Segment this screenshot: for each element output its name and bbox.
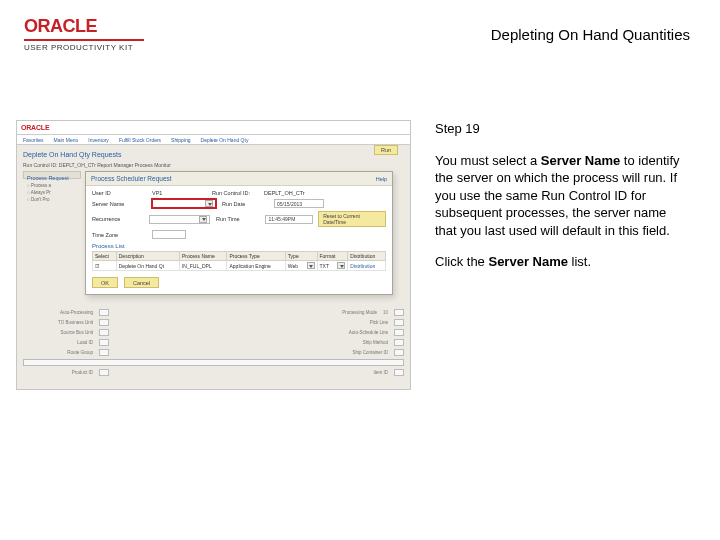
- col-dist: Distribution: [348, 252, 386, 261]
- crumb: Deplete On Hand Qty: [201, 137, 249, 143]
- modal-title: Process Scheduler Request: [91, 175, 172, 182]
- rundate-value: 05/15/2013: [277, 201, 302, 207]
- panel-opt: ○ Don't Pro: [27, 197, 77, 202]
- crumb: Fulfill Stock Orders: [119, 137, 161, 143]
- userid-label: User ID: [92, 190, 152, 196]
- col-ptype: Process Type: [227, 252, 285, 261]
- brand-subline: USER PRODUCTIVITY KIT: [24, 43, 144, 52]
- col-desc: Description: [116, 252, 179, 261]
- cell-select: ☑: [93, 261, 117, 271]
- cancel-button: Cancel: [124, 277, 159, 288]
- app-logo: ORACLE: [21, 124, 49, 131]
- col-format: Format: [317, 252, 348, 261]
- timezone-field: [152, 230, 186, 239]
- process-list-title: Process List: [92, 243, 386, 249]
- brand-block: ORACLE USER PRODUCTIVITY KIT: [24, 16, 144, 52]
- rc-label: Run Control ID:: [212, 190, 264, 196]
- rundate-label: Run Date: [222, 201, 274, 207]
- run-button: Run: [374, 145, 398, 155]
- crumb: Favorites: [23, 137, 44, 143]
- userid-value: VP1: [152, 190, 212, 196]
- table-row: ☑ Deplete On Hand Qt IN_FUL_DPL Applicat…: [93, 261, 386, 271]
- crumb: Inventory: [88, 137, 109, 143]
- cell-pname: IN_FUL_DPL: [179, 261, 227, 271]
- modal-help-link: Help: [376, 176, 387, 182]
- rundate-field: 05/15/2013: [274, 199, 324, 208]
- panel-header: Process Request: [27, 175, 77, 181]
- server-name-dropdown[interactable]: [152, 199, 216, 208]
- chevron-down-icon: [307, 262, 315, 269]
- rc-value: DEPLT_OH_CTr: [264, 190, 305, 196]
- col-pname: Process Name: [179, 252, 227, 261]
- panel-opt: ○ Process a: [27, 183, 77, 188]
- reset-button: Reset to Current Date/Time: [318, 211, 386, 227]
- col-type: Type: [285, 252, 317, 261]
- app-topbar: ORACLE: [17, 121, 410, 135]
- runtime-label: Run Time: [216, 216, 265, 222]
- oracle-logo: ORACLE: [24, 16, 144, 37]
- document-title: Depleting On Hand Quantities: [491, 26, 690, 43]
- runtime-value: 11:45:49PM: [268, 216, 295, 222]
- breadcrumb: Favorites Main Menu Inventory Fulfill St…: [17, 135, 410, 145]
- instruction-1: You must select a Server Name to identif…: [435, 152, 690, 240]
- panel-opt: ○ Always Pr: [27, 190, 77, 195]
- underlying-page: Auto-ProcessingProcessing Mode10 TO Busi…: [23, 309, 404, 387]
- server-name-label: Server Name: [92, 201, 152, 207]
- cell-format: TXT: [317, 261, 348, 271]
- ok-button: OK: [92, 277, 118, 288]
- chevron-down-icon: [337, 262, 345, 269]
- process-scheduler-modal: Process Scheduler Request Help User ID V…: [85, 171, 393, 295]
- brand-rule: [24, 39, 144, 41]
- page-title: Deplete On Hand Qty Requests: [23, 151, 404, 158]
- col-select: Select: [93, 252, 117, 261]
- instruction-2: Click the Server Name list.: [435, 253, 690, 271]
- instruction-panel: Step 19 You must select a Server Name to…: [435, 120, 690, 390]
- crumb: Main Menu: [54, 137, 79, 143]
- recurrence-dropdown: [149, 215, 210, 224]
- run-control-line: Run Control ID: DEPLT_OH_CTr Report Mana…: [23, 162, 404, 168]
- process-list-table: Select Description Process Name Process …: [92, 251, 386, 271]
- cell-ptype: Application Engine: [227, 261, 285, 271]
- cell-dist: Distribution: [348, 261, 386, 271]
- chevron-down-icon[interactable]: [205, 200, 213, 207]
- chevron-down-icon: [199, 216, 207, 223]
- cell-desc: Deplete On Hand Qt: [116, 261, 179, 271]
- recurrence-label: Recurrence: [92, 216, 149, 222]
- crumb: Shipping: [171, 137, 190, 143]
- runtime-field: 11:45:49PM: [265, 215, 313, 224]
- cell-type: Web: [285, 261, 317, 271]
- embedded-screenshot: ORACLE Favorites Main Menu Inventory Ful…: [16, 120, 411, 390]
- step-label: Step 19: [435, 120, 690, 138]
- timezone-label: Time Zone: [92, 232, 152, 238]
- left-panel: Process Request ○ Process a ○ Always Pr …: [23, 171, 81, 179]
